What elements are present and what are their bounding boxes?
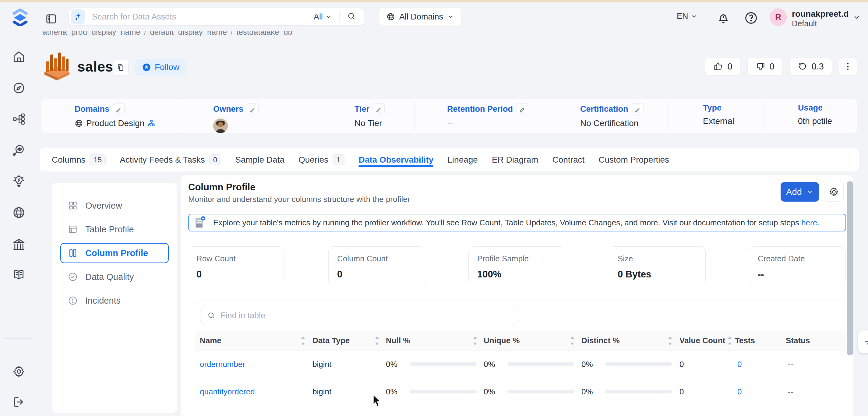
tab-custom-properties[interactable]: Custom Properties: [598, 148, 669, 171]
profiler-nav-overview[interactable]: Overview: [60, 194, 169, 218]
cell-tests[interactable]: 0: [737, 378, 742, 405]
rail-divider: [4, 338, 32, 339]
tab-lineage[interactable]: Lineage: [447, 148, 478, 171]
profiler-nav-column-profile[interactable]: Column Profile: [60, 243, 169, 263]
tab-count-badge: 1: [333, 154, 344, 165]
columns-table-card: NameData TypeNull %Unique %Distinct %Val…: [195, 300, 846, 416]
column-header-data-type[interactable]: Data Type: [312, 331, 350, 351]
all-domains-dropdown[interactable]: All Domains: [379, 8, 461, 26]
panel-title: Column Profile: [188, 182, 255, 193]
find-in-table-input[interactable]: [220, 311, 518, 320]
tab-count-badge: 0: [209, 154, 221, 165]
sidebar-item-glossary-icon[interactable]: [11, 267, 27, 283]
breadcrumb-item[interactable]: default_display_name: [150, 31, 227, 36]
profiler-nav-table-profile[interactable]: Table Profile: [60, 218, 169, 241]
user-menu-chevron-icon[interactable]: [853, 13, 861, 23]
sort-icon[interactable]: [374, 335, 380, 346]
search-icon[interactable]: [347, 11, 356, 22]
search-scope-dropdown[interactable]: All: [314, 12, 332, 22]
column-header-unique-[interactable]: Unique %: [484, 331, 520, 351]
edit-domains-button[interactable]: [113, 103, 125, 115]
side-panel-expand-button[interactable]: [858, 330, 868, 353]
sidebar-item-home-icon[interactable]: [11, 49, 27, 65]
sidebar-item-explore-icon[interactable]: [11, 80, 27, 96]
column-header-name[interactable]: Name: [200, 331, 221, 351]
edit-retention-period-button[interactable]: [517, 103, 528, 115]
sort-icon[interactable]: [727, 335, 733, 346]
search-input[interactable]: [85, 12, 314, 22]
add-button[interactable]: Add: [781, 182, 819, 202]
profiler-nav-data-quality[interactable]: Data Quality: [60, 265, 169, 289]
tab-label: Columns: [52, 155, 85, 165]
tab-er-diagram[interactable]: ER Diagram: [492, 148, 538, 171]
edit-certification-button[interactable]: [632, 103, 644, 115]
app-logo-icon[interactable]: [10, 8, 30, 26]
cell-tests[interactable]: 0: [737, 351, 742, 378]
sidebar-item-settings-icon[interactable]: [11, 363, 27, 380]
cell-null-pct: 0%: [386, 378, 398, 405]
more-options-button[interactable]: [839, 57, 857, 75]
cell-tests[interactable]: 0: [737, 405, 742, 416]
copy-link-button[interactable]: [113, 60, 128, 75]
sidebar-item-govern-icon[interactable]: [11, 236, 27, 252]
ai-sparkle-icon[interactable]: [71, 9, 85, 24]
cell-name[interactable]: ordernumber: [200, 351, 245, 378]
notifications-bell-icon[interactable]: [716, 11, 730, 25]
cell-distinct-pct: 0%: [581, 351, 593, 378]
find-in-table: [200, 306, 518, 325]
downvote-button[interactable]: 0: [747, 57, 783, 75]
upvote-button[interactable]: 0: [705, 57, 740, 75]
tab-sample-data[interactable]: Sample Data: [235, 148, 284, 171]
tab-columns[interactable]: Columns15: [52, 148, 106, 171]
sort-icon[interactable]: [300, 335, 306, 346]
nav-item-label: Table Profile: [85, 224, 134, 234]
sidebar-item-logout-icon[interactable]: [11, 394, 27, 410]
breadcrumb-item[interactable]: athena_prod_display_name: [43, 31, 141, 36]
entity-title: sales: [78, 59, 113, 75]
banner-here-link[interactable]: here.: [801, 218, 819, 227]
profiler-settings-button[interactable]: [824, 182, 844, 202]
owner-avatar[interactable]: [213, 119, 228, 133]
tab-contract[interactable]: Contract: [552, 148, 585, 171]
progress-bar: [507, 362, 575, 366]
follow-button[interactable]: Follow: [135, 59, 186, 75]
column-header-value-count[interactable]: Value Count: [680, 331, 725, 351]
sidebar-toggle-icon[interactable]: [45, 13, 57, 25]
profiler-nav-incidents[interactable]: Incidents: [60, 289, 169, 313]
edit-tier-button[interactable]: [373, 103, 385, 115]
sidebar-item-domains-icon[interactable]: [11, 205, 27, 221]
tab-data-observability[interactable]: Data Observability: [359, 148, 433, 171]
cell-null-pct: 0%: [386, 351, 398, 378]
stat-card-row-count: Row Count0: [188, 246, 284, 285]
progress-bar: [507, 390, 575, 393]
vertical-scrollbar[interactable]: [847, 181, 854, 355]
user-avatar[interactable]: R: [770, 8, 787, 26]
cell-null-pct: 0%: [386, 405, 398, 416]
tab-queries[interactable]: Queries1: [299, 148, 344, 171]
sidebar-item-insights-icon[interactable]: [11, 173, 27, 189]
help-icon[interactable]: [744, 11, 758, 25]
sidebar-item-observability-icon[interactable]: [11, 142, 27, 158]
edit-owners-button[interactable]: [247, 103, 258, 115]
tab-activity-feeds-tasks[interactable]: Activity Feeds & Tasks0: [120, 148, 221, 171]
metadata-label: Certification: [580, 104, 628, 114]
stat-value: 0: [196, 269, 276, 280]
breadcrumb[interactable]: athena_prod_display_name/default_display…: [43, 31, 292, 38]
column-header-distinct-[interactable]: Distinct %: [581, 331, 620, 351]
sidebar-item-lineage-icon[interactable]: [11, 111, 27, 127]
breadcrumb-item[interactable]: testdatalake_db: [236, 31, 292, 36]
cell-name[interactable]: quantityordered: [200, 378, 255, 405]
cell-value-count: 0: [680, 405, 684, 416]
stat-card-column-count: Column Count0: [328, 246, 425, 285]
sort-icon[interactable]: [667, 335, 673, 346]
metadata-label: Type: [703, 103, 721, 113]
column-header-null-[interactable]: Null %: [386, 331, 410, 351]
cell-data-type: double: [312, 405, 336, 416]
metadata-value[interactable]: Product Design: [86, 119, 144, 128]
sort-icon[interactable]: [569, 335, 575, 346]
version-history-button[interactable]: 0.3: [789, 57, 832, 75]
chevron-down-icon: [806, 188, 813, 195]
kebab-menu-icon: [843, 62, 852, 71]
language-dropdown[interactable]: EN: [677, 11, 698, 21]
sort-icon[interactable]: [472, 335, 478, 346]
